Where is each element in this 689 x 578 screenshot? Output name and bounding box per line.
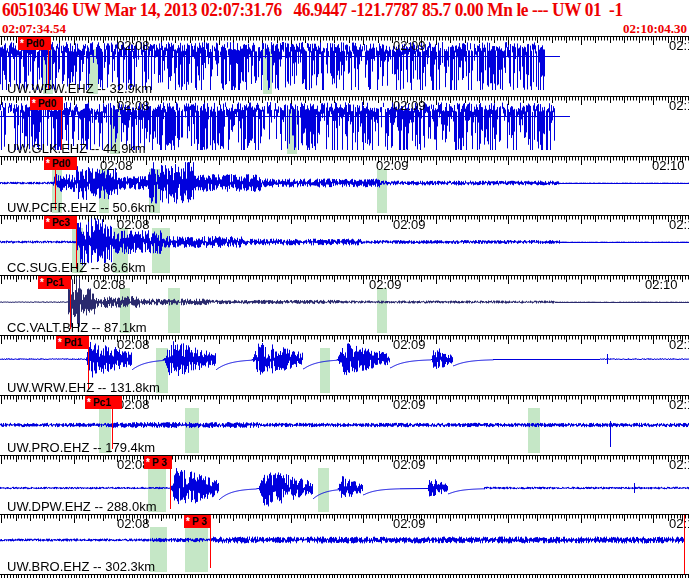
time-tick-label: 02:08 [117,516,150,531]
trace-row: 02:0802:0902:10*Pd0UW.WPW.EHZ -- 32.9km [0,36,689,96]
pick-phase-label: P 3 [152,457,167,468]
time-tick-label: 02:10 [645,277,678,292]
pick-line[interactable] [210,515,211,568]
pick-star: * [87,397,91,408]
bottom-ruler [0,574,689,578]
time-tick-label: 02:09 [393,38,426,53]
station-label: UW.GLK.EHZ -- 44.9km [7,141,146,156]
station-label: UW.WRW.EHZ -- 131.8km [7,380,160,395]
window-end-time: 02:10:04.30 [623,21,687,37]
pick-phase-label: Pd0 [38,98,56,109]
trace-row: 02:0802:0902:10*Pd0UW.PCFR.EHZ -- 50.6km [0,156,689,215]
pick-flag[interactable]: *P 3 [184,515,210,528]
pick-star: * [58,337,62,348]
window-start-time: 02:07:34.54 [2,21,66,37]
station-label: UW.PCFR.EHZ -- 50.6km [7,200,155,215]
pick-phase-label: Pd0 [52,158,70,169]
trace-row: 02:0802:0902:10*P 3UW.DPW.EHZ -- 288.0km [0,455,689,514]
time-tick-label: 02:08 [100,158,133,173]
time-tick-label: 02:09 [393,217,426,232]
time-tick-label: 02:08 [117,217,150,232]
pick-flag[interactable]: *Pd0 [18,37,51,50]
event-header: 60510346 UW Mar 14, 2013 02:07:31.76 46.… [2,0,662,21]
pick-phase-label: Pc1 [93,397,111,408]
time-tick-label: 02:10 [652,158,685,173]
time-tick-label: 02:09 [393,457,426,472]
trace-row: 02:0802:0902:10*Pd1UW.WRW.EHZ -- 131.8km [0,335,689,395]
pick-phase-label: Pc1 [46,277,64,288]
seismogram-viewer: 60510346 UW Mar 14, 2013 02:07:31.76 46.… [0,0,689,578]
pick-star: * [32,98,36,109]
time-tick-label: 02:08 [117,38,150,53]
time-tick-label: 02:08 [93,277,126,292]
station-label: UW.PRO.EHZ -- 179.4km [7,440,155,455]
time-tick-label: 02:08 [117,337,150,352]
time-tick-label: 02:10 [669,457,689,472]
bottom-ruler-canvas [0,574,689,578]
time-tick-label: 02:10 [669,516,689,531]
station-label: CC.SUG.EHZ -- 86.6km [7,260,146,275]
pick-flag[interactable]: *P 3 [144,456,172,469]
pick-star: * [186,516,190,527]
trace-row: 02:0802:0902:10*Pc1CC.VALT.BHZ -- 87.1km [0,275,689,335]
station-label: UW.DPW.EHZ -- 288.0km [7,499,157,514]
pick-flag[interactable]: *Pc1 [85,396,122,409]
pick-phase-label: P 3 [192,516,207,527]
trace-row: 02:0802:0902:10*Pc3CC.SUG.EHZ -- 86.6km [0,215,689,275]
trace-row: 02:0802:0902:10*P 3UW.BRO.EHZ -- 302.3km [0,514,689,574]
time-tick-label: 02:10 [669,397,689,412]
time-tick-label: 02:08 [117,98,150,113]
pick-star: * [40,277,44,288]
pick-flag[interactable]: *Pc1 [38,276,70,289]
time-tick-label: 02:09 [393,337,426,352]
pick-star: * [46,217,50,228]
time-tick-label: 02:10 [669,337,689,352]
station-label: CC.VALT.BHZ -- 87.1km [7,320,147,335]
time-tick-label: 02:09 [376,158,409,173]
trace-row: 02:0802:0902:10*Pc1UW.PRO.EHZ -- 179.4km [0,395,689,455]
pick-flag[interactable]: *Pd0 [44,157,77,170]
pick-phase-label: Pc3 [52,217,70,228]
time-tick-label: 02:09 [393,516,426,531]
pick-star: * [146,457,150,468]
time-tick-label: 02:09 [393,98,426,113]
pick-star: * [46,158,50,169]
time-tick-label: 02:10 [669,98,689,113]
time-tick-label: 02:09 [393,397,426,412]
pick-phase-label: Pd0 [26,38,44,49]
station-label: UW.BRO.EHZ -- 302.3km [7,559,155,574]
time-tick-label: 02:10 [669,38,689,53]
time-tick-label: 02:09 [369,277,402,292]
pick-phase-label: Pd1 [64,337,82,348]
pick-flag[interactable]: *Pc3 [44,216,76,229]
trace-row: 02:0802:0902:10*Pd0UW.GLK.EHZ -- 44.9km [0,96,689,156]
pick-star: * [20,38,24,49]
time-tick-label: 02:10 [669,217,689,232]
station-label: UW.WPW.EHZ -- 32.9km [7,81,152,96]
pick-flag[interactable]: *Pd0 [30,97,63,110]
pick-flag[interactable]: *Pd1 [56,336,89,349]
